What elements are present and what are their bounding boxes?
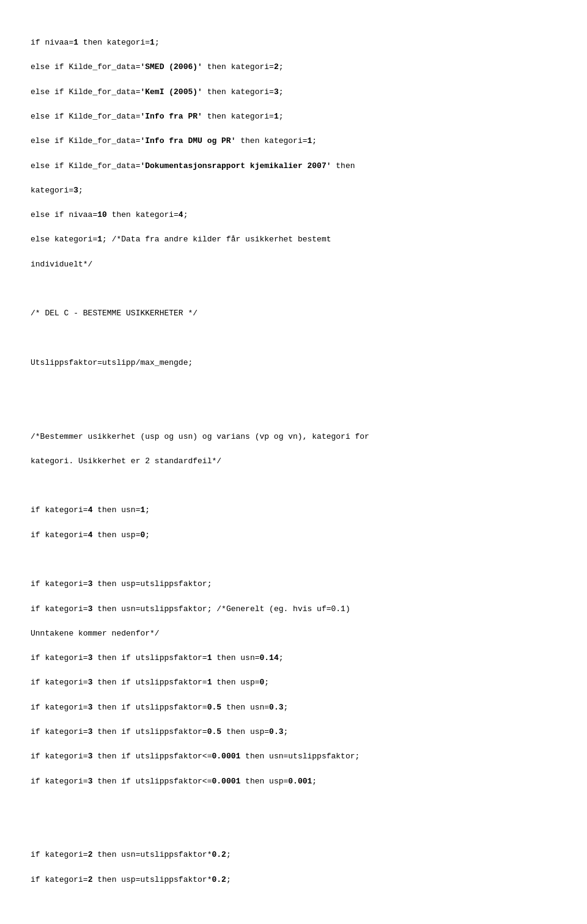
line-6: else if Kilde_for_data='Dokumentasjonsra… [31,161,355,170]
line-comment-del: /* DEL C - BESTEMME USIKKERHETER */ [31,309,198,318]
line-kat3-if05-usn: if kategori=3 then if utslippsfaktor=0.5… [31,703,288,712]
line-kat3-if1-usn: if kategori=3 then if utslippsfaktor=1 t… [31,653,284,662]
line-comment-bestemmer: /*Bestemmer usikkerhet (usp og usn) og v… [31,432,369,441]
line-kat2-usn: if kategori=2 then usn=utslippsfaktor*0.… [31,850,231,859]
line-kat3-usp: if kategori=3 then usp=utslippsfaktor; [31,579,212,588]
line-kat3-if1-usp: if kategori=3 then if utslippsfaktor=1 t… [31,678,269,687]
line-9: else kategori=1; /*Data fra andre kilder… [31,235,331,244]
line-5: else if Kilde_for_data='Info fra DMU og … [31,136,317,145]
line-4: else if Kilde_for_data='Info fra PR' the… [31,112,284,121]
line-1: if nivaa=1 then kategori=1; [31,38,160,47]
line-unntakene: Unntakene kommer nedenfor*/ [31,629,160,638]
line-8: else if nivaa=10 then kategori=4; [31,210,188,219]
line-kat4-usp: if kategori=4 then usp=0; [31,530,150,540]
line-kat3-le0001-usp: if kategori=3 then if utslippsfaktor<=0.… [31,777,317,786]
line-7: kategori=3; [31,186,83,195]
line-comment-std: kategori. Usikkerhet er 2 standardfeil*/ [31,457,221,466]
line-kat4-usn: if kategori=4 then usn=1; [31,505,150,515]
line-10: individuelt*/ [31,260,92,269]
line-utslipp: Utslippsfaktor=utslipp/max_mengde; [31,358,193,367]
line-2: else if Kilde_for_data='SMED (2006)' the… [31,62,284,72]
code-container: if nivaa=1 then kategori=1; else if Kild… [31,24,556,924]
line-kat3-le0001-usn: if kategori=3 then if utslippsfaktor<=0.… [31,752,360,761]
line-kat3-if05-usp: if kategori=3 then if utslippsfaktor=0.5… [31,727,288,736]
line-3: else if Kilde_for_data='KemI (2005)' the… [31,87,284,97]
line-kat3-usn: if kategori=3 then usn=utslippsfaktor; /… [31,604,350,614]
line-kat2-usp: if kategori=2 then usp=utslippsfaktor*0.… [31,875,231,884]
